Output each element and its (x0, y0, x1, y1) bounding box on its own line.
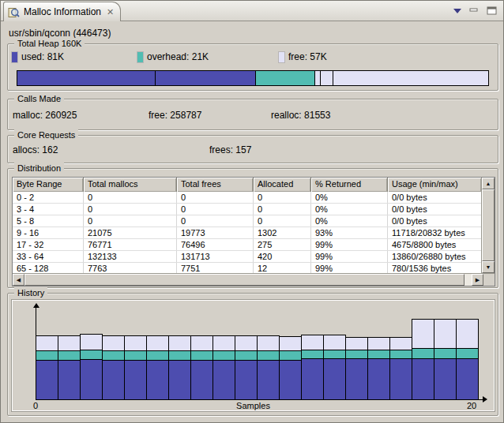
table-cell: 0 (254, 192, 311, 203)
column-header-returned[interactable]: % Returned (311, 178, 388, 192)
history-bar-segment-overhead (412, 348, 434, 359)
history-bar-segment-overhead (434, 348, 457, 359)
minimize-icon[interactable] (469, 6, 479, 15)
history-bar (301, 335, 324, 400)
table-cell: 0 (177, 204, 254, 215)
close-icon[interactable]: ✕ (105, 7, 114, 17)
horizontal-scrollbar-thumb[interactable] (24, 274, 465, 286)
history-bar-segment-free (102, 335, 125, 351)
column-header-total-mallocs[interactable]: Total mallocs (84, 178, 177, 192)
table-cell: 93% (311, 227, 388, 238)
history-bar (102, 335, 125, 400)
x-axis-title: Samples (13, 401, 494, 410)
history-bar-segment-used (235, 360, 258, 400)
history-bar (80, 334, 103, 400)
history-bar-segment-free (80, 334, 103, 350)
maximize-icon[interactable] (487, 6, 497, 15)
table-row[interactable]: 5 - 80000%0/0 bytes (13, 215, 481, 227)
scroll-down-button[interactable]: ▼ (482, 261, 495, 273)
history-bar (213, 335, 235, 400)
free-legend-label: free: 57K (288, 51, 327, 62)
table-cell: 65 - 128 (13, 263, 84, 273)
horizontal-scrollbar-track[interactable] (465, 274, 472, 286)
history-bar-segment-free (389, 337, 412, 350)
table-cell: 99% (311, 239, 388, 250)
table-row[interactable]: 0 - 20000%0/0 bytes (13, 192, 481, 204)
heap-usage-bar (17, 70, 489, 86)
history-bar-segment-free (168, 335, 191, 351)
view-menu-icon[interactable] (453, 9, 461, 13)
history-bar-segment-free (412, 319, 434, 349)
history-bar (279, 336, 302, 400)
history-bar-segment-used (36, 360, 58, 400)
allocs-count: allocs: 162 (13, 144, 58, 155)
history-bar-segment-free (257, 335, 280, 351)
process-name: usr/sbin/qconn (446473) (9, 28, 111, 39)
table-cell: 33 - 64 (13, 251, 84, 262)
history-bar-segment-used (146, 360, 169, 400)
history-bar-segment-used (301, 358, 324, 400)
column-header-byte-range[interactable]: Byte Range (13, 178, 84, 192)
table-cell: 99% (311, 263, 388, 273)
tab-malloc-information[interactable]: Malloc Information ✕ (3, 2, 121, 21)
history-bar (58, 335, 81, 400)
history-bar (146, 335, 169, 400)
table-cell: 19773 (177, 227, 254, 238)
vertical-scrollbar-thumb[interactable] (482, 189, 495, 261)
overhead-color-swatch (137, 52, 143, 62)
scroll-up-button[interactable]: ▲ (482, 178, 495, 189)
table-row[interactable]: 65 - 128776377511299%780/1536 bytes (13, 263, 481, 273)
table-cell: 1302 (254, 227, 311, 238)
legend-item-used: used: 81K (12, 51, 64, 62)
history-bar-segment-free (36, 335, 58, 351)
history-bar (323, 335, 346, 400)
table-cell: 0% (311, 204, 388, 215)
column-header-total-frees[interactable]: Total frees (177, 178, 254, 192)
legend-item-free: free: 57K (279, 51, 327, 62)
vertical-scrollbar[interactable]: ▲ ▼ (481, 178, 495, 273)
history-bar-segment-used (257, 360, 280, 400)
horizontal-scrollbar[interactable]: ◀ ▶ (13, 274, 483, 286)
table-cell: 0 (177, 192, 254, 203)
history-bar-segment-free (190, 335, 213, 351)
calls-made-group-label: Calls Made (14, 93, 64, 104)
scroll-left-button[interactable]: ◀ (13, 274, 24, 286)
heap-segment-used (17, 71, 156, 85)
history-bar (257, 335, 280, 400)
malloc-count: malloc: 260925 (13, 110, 77, 121)
history-bar-segment-free (146, 335, 169, 351)
table-row[interactable]: 9 - 162107519773130293%11718/20832 bytes (13, 227, 481, 239)
malloc-information-view: Malloc Information ✕ usr/sbin/qconn (446… (0, 0, 504, 423)
table-row[interactable]: 33 - 6413213313171342099%13860/26880 byt… (13, 251, 481, 263)
table-cell: 4675/8800 bytes (388, 239, 481, 250)
history-bar-segment-free (456, 319, 479, 349)
history-bar-segment-free (235, 335, 258, 351)
table-cell: 0% (311, 192, 388, 203)
scrollbar-corner (483, 274, 495, 286)
table-cell: 420 (254, 251, 311, 262)
history-bar (456, 319, 479, 400)
table-cell: 0 (254, 204, 311, 215)
column-header-allocated[interactable]: Allocated (254, 178, 311, 192)
table-cell: 7763 (84, 263, 177, 273)
table-row[interactable]: 17 - 32767717649627599%4675/8800 bytes (13, 239, 481, 251)
table-cell: 3 - 4 (13, 204, 84, 215)
table-row[interactable]: 3 - 40000%0/0 bytes (13, 204, 481, 215)
history-bar-segment-free (124, 335, 147, 351)
table-cell: 13860/26880 bytes (388, 251, 481, 262)
history-bar (389, 337, 412, 400)
scroll-right-button[interactable]: ▶ (472, 274, 483, 286)
history-bar-segment-overhead (456, 348, 479, 359)
history-bar-segment-free (213, 335, 235, 351)
x-axis-end-label: 20 (467, 401, 476, 410)
history-bar-segment-free (323, 335, 346, 350)
column-header-usage-min-max[interactable]: Usage (min/max) (388, 178, 481, 192)
table-cell: 5 - 8 (13, 215, 84, 226)
history-bar (345, 337, 368, 400)
table-cell: 0 (177, 215, 254, 226)
history-bar-segment-used (58, 360, 81, 400)
history-bar (168, 335, 191, 400)
total-heap-group-label: Total Heap 160K (14, 38, 85, 49)
free-color-swatch (279, 52, 284, 62)
history-bar (367, 337, 390, 400)
